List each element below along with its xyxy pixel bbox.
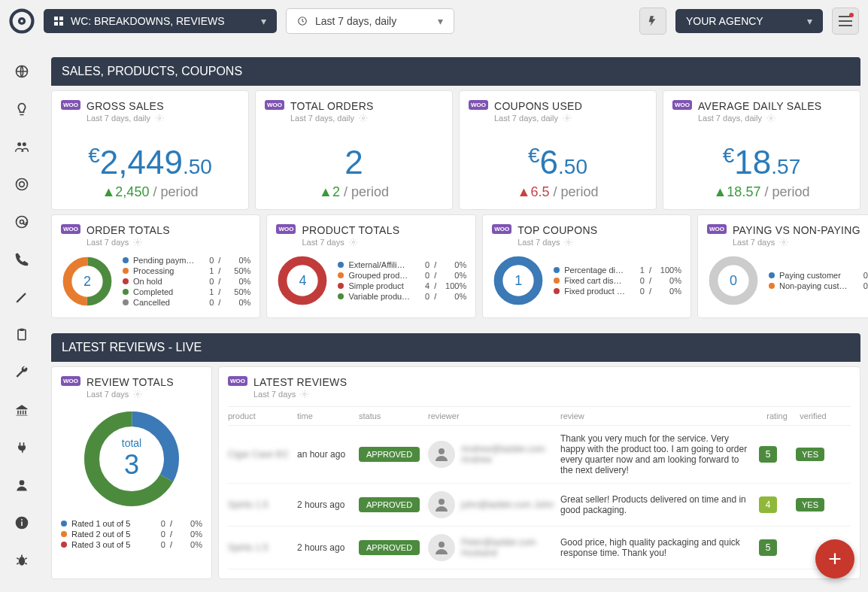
svg-rect-9 [839,20,852,22]
kpi-card: WOO AVERAGE DAILY SALES Last 7 days, dai… [663,90,860,210]
wrench-icon[interactable] [14,364,30,381]
bank-icon[interactable] [14,402,30,418]
svg-point-15 [20,182,25,187]
svg-point-33 [352,241,354,244]
svg-point-39 [783,241,785,244]
legend-name: Simple product [348,281,410,290]
clipboard-icon[interactable] [14,326,30,343]
legend-name: Percentage di… [564,266,625,275]
cell-reviewer: Andrew@ladder.com Andrew [428,441,560,468]
legend-pct: 0% [225,298,250,307]
kpi-value: €6.50 [469,144,647,181]
pencil-icon[interactable] [14,289,30,305]
donut-center: 2 [61,255,114,308]
table-row: Cigar Case 8/2 an hour ago APPROVED Andr… [228,426,851,484]
app-logo [9,8,35,34]
svg-point-25 [159,117,161,120]
cell-status: APPROVED [359,542,428,553]
bulb-icon[interactable] [14,101,30,117]
legend-pct: 0% [177,519,202,528]
gear-icon[interactable] [359,114,368,123]
legend-dot [338,283,344,289]
th-rating: rating [759,411,795,420]
gear-icon[interactable] [300,390,309,399]
card-title: PAYING VS NON-PAYING [733,224,860,236]
at-icon[interactable] [14,214,30,230]
info-icon[interactable] [14,515,30,531]
gear-icon[interactable] [349,238,358,247]
svg-point-29 [137,241,139,244]
legend-pct: 0% [225,256,250,265]
people-icon[interactable] [14,138,30,155]
legend-item: Fixed cart dis… 0 / 0% [554,276,681,285]
view-selector[interactable]: WC: BREAKDOWNS, REVIEWS ▾ [44,9,277,33]
kpi-card: WOO GROSS SALES Last 7 days, daily €2,44… [51,90,249,210]
plug-icon[interactable] [14,439,30,456]
globe-icon[interactable] [14,63,30,80]
legend-dot [61,521,67,527]
legend-name: Rated 3 out of 5 [71,540,146,549]
legend-value: 0 [199,298,214,307]
legend-name: Grouped prod… [348,271,410,280]
card-subtitle: Last 7 days [253,390,347,399]
cell-time: 2 hours ago [297,499,359,510]
legend-dot [338,293,344,299]
legend-value: 0 [150,519,165,528]
user-icon[interactable] [14,477,30,493]
legend-dot [338,272,344,278]
kpi-trend: ▲18.57 / period [672,184,851,200]
legend-dot [123,289,129,295]
cell-status: APPROVED [359,499,428,510]
card-title: TOTAL ORDERS [290,100,374,112]
gear-icon[interactable] [155,114,164,123]
bug-icon[interactable] [14,552,30,569]
gear-icon[interactable] [133,238,142,247]
svg-point-47 [439,448,445,454]
agency-selector[interactable]: YOUR AGENCY ▾ [675,9,823,33]
cell-reviewer: john@ladder.com John [428,491,560,518]
legend-dot [123,257,129,263]
card-title: TOP COUPONS [517,224,597,236]
grid-icon [54,17,63,26]
gear-icon[interactable] [779,238,788,247]
legend: Pending paym… 0 / 0% Processing 1 / 50% … [123,254,250,308]
svg-point-49 [439,542,445,548]
kpi-row: WOO GROSS SALES Last 7 days, daily €2,44… [51,90,860,210]
daterange-selector[interactable]: Last 7 days, daily ▾ [286,8,454,34]
donut-card: WOO ORDER TOTALS Last 7 days 2 Pending p… [51,214,260,318]
add-button[interactable]: + [815,539,854,578]
woo-badge: WOO [61,376,80,386]
legend-value: 0 [414,260,429,269]
svg-point-2 [20,20,23,22]
target-icon[interactable] [14,176,30,193]
card-subtitle: Last 7 days [86,390,174,399]
legend-value: 0 [150,540,165,549]
legend-item: Non-paying customer 0 [769,281,868,290]
th-product: product [228,411,297,420]
phone-icon[interactable] [14,251,30,268]
legend-item: Pending paym… 0 / 0% [123,256,250,265]
flash-button[interactable] [639,8,666,35]
legend-pct: 0% [225,277,250,286]
cell-verified: YES [795,449,831,460]
menu-button[interactable] [832,8,859,35]
chevron-down-icon: ▾ [261,15,266,27]
card-subtitle: Last 7 days [86,238,170,247]
donut-card: WOO PAYING VS NON-PAYING Last 7 days 0 P… [697,214,868,318]
cell-reviewer: Peter@ladder.com Husband [428,534,560,561]
gear-icon[interactable] [564,238,573,247]
gear-icon[interactable] [133,390,142,399]
gear-icon[interactable] [766,114,775,123]
legend-value: 0 [853,271,868,280]
reviewer-name: Peter@ladder.com Husband [461,537,554,558]
reviews-table-body: Cigar Case 8/2 an hour ago APPROVED Andr… [228,426,851,569]
legend-value: 0 [630,276,645,285]
gear-icon[interactable] [563,114,572,123]
th-time: time [297,411,359,420]
legend-name: Variable produ… [348,292,410,301]
chevron-down-icon: ▾ [438,15,443,27]
legend-dot [554,267,560,273]
verified-badge: YES [796,448,824,461]
legend-item: Fixed product … 0 / 0% [554,287,681,296]
reviewer-name: john@ladder.com John [461,499,554,510]
